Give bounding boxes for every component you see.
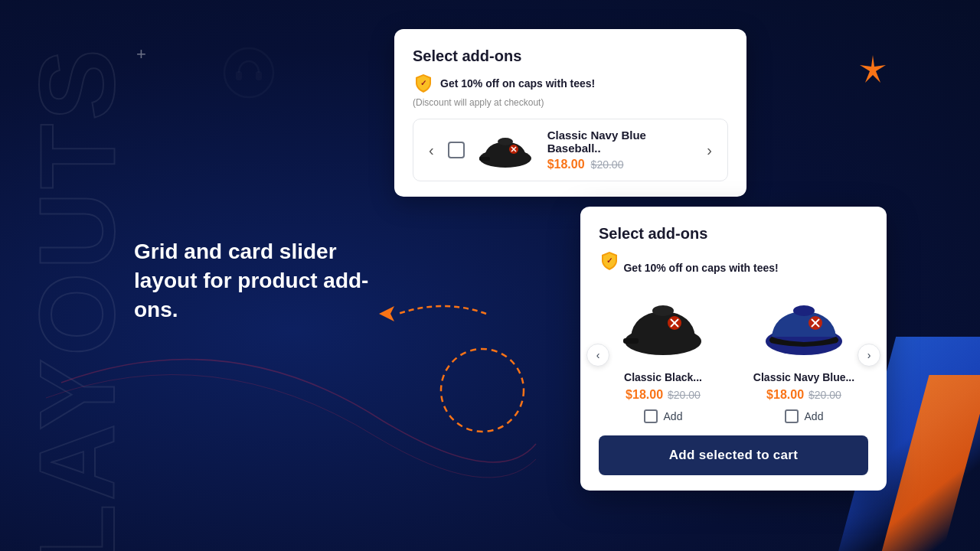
grid-product-1-image: [617, 287, 709, 364]
dashed-arrow: [368, 291, 490, 337]
slider-promo-text: Get 10% off on caps with tees!: [440, 77, 595, 90]
grid-product-1-add-row: Add: [599, 409, 727, 423]
grid-promo-badge: ✓ Get 10% off on caps with tees!: [599, 250, 868, 275]
svg-rect-2: [256, 71, 262, 80]
slider-product-checkbox[interactable]: [448, 142, 465, 158]
star-icon: [858, 54, 888, 84]
grid-product-1-price-old: $20.00: [668, 389, 701, 401]
grid-product-2-prices: $18.00 $20.00: [740, 388, 868, 402]
svg-rect-18: [623, 338, 639, 344]
slider-product-image: [475, 127, 537, 173]
grid-card-title: Select add-ons: [599, 225, 868, 243]
grid-shield-icon: ✓: [599, 250, 620, 272]
plus-icon: +: [136, 44, 146, 64]
slider-product-info: Classic Navy Blue Baseball.. $18.00 $20.…: [547, 129, 694, 171]
svg-rect-1: [236, 71, 242, 80]
slider-card-title: Select add-ons: [413, 47, 728, 65]
grid-product-2-add-label: Add: [805, 410, 824, 422]
grid-products-container: ‹ › Classic Black... $18.00 $20.00: [599, 287, 868, 423]
grid-product-2-checkbox[interactable]: [785, 409, 799, 423]
svg-point-7: [498, 138, 513, 145]
grid-product-2: Classic Navy Blue... $18.00 $20.00 Add: [740, 287, 868, 423]
grid-product-1-prices: $18.00 $20.00: [599, 388, 727, 402]
svg-point-4: [441, 349, 524, 432]
slider-price-row: $18.00 $20.00: [547, 158, 694, 171]
svg-point-0: [224, 48, 273, 97]
card-slider: Select add-ons ✓ Get 10% off on caps wit…: [394, 29, 746, 197]
shield-icon: ✓: [413, 73, 434, 94]
svg-text:✓: ✓: [420, 79, 426, 87]
dashed-circle: [436, 344, 528, 436]
grid-prev-button[interactable]: ‹: [586, 344, 609, 367]
description-text: Grid and card slider layout for product …: [134, 237, 394, 324]
slider-price-new: $18.00: [547, 158, 585, 171]
slider-next-button[interactable]: ›: [704, 139, 715, 162]
grid-product-1-name: Classic Black...: [599, 371, 727, 383]
grid-product-2-add-row: Add: [740, 409, 868, 423]
grid-product-1-price-new: $18.00: [626, 388, 663, 402]
slider-promo-sub: (Discount will apply at checkout): [413, 97, 728, 108]
slider-prev-button[interactable]: ‹: [426, 139, 437, 162]
add-to-cart-button[interactable]: Add selected to cart: [599, 435, 868, 475]
svg-rect-11: [479, 157, 490, 161]
svg-text:✓: ✓: [606, 256, 612, 265]
card-grid: Select add-ons ✓ Get 10% off on caps wit…: [580, 207, 887, 491]
grid-product-2-price-new: $18.00: [766, 388, 804, 402]
svg-point-14: [652, 305, 674, 316]
grid-product-1-checkbox[interactable]: [644, 409, 658, 423]
slider-promo-badge: ✓ Get 10% off on caps with tees!: [413, 73, 728, 94]
grid-product-1-add-label: Add: [664, 410, 683, 422]
grid-product-2-image: [758, 287, 850, 364]
grid-promo-text: Get 10% off on caps with tees!: [623, 262, 778, 274]
grid-product-1: Classic Black... $18.00 $20.00 Add: [599, 287, 727, 423]
svg-point-20: [793, 305, 815, 316]
svg-marker-3: [379, 306, 394, 321]
headphone-icon: [222, 46, 276, 99]
grid-next-button[interactable]: ›: [858, 344, 880, 367]
slider-product-name: Classic Navy Blue Baseball..: [547, 129, 694, 155]
slider-price-old: $20.00: [591, 158, 624, 171]
grid-product-2-name: Classic Navy Blue...: [740, 371, 868, 383]
grid-product-2-price-old: $20.00: [808, 389, 841, 401]
layouts-watermark: LAYOUTS: [15, 46, 139, 551]
slider-product-row: ‹ Classic Navy Blue Baseball.. $18.00 $2…: [413, 119, 728, 181]
